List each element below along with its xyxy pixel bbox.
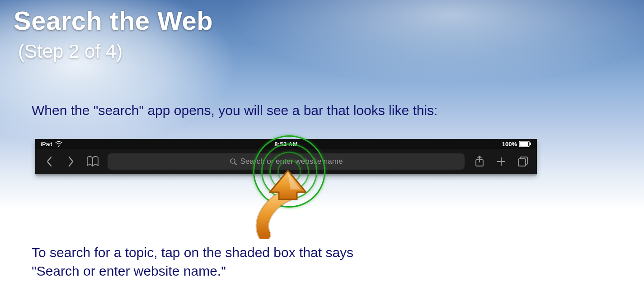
svg-rect-2 [520, 142, 528, 146]
address-placeholder: Search or enter website name [240, 157, 343, 166]
book-icon [86, 156, 99, 167]
back-button[interactable] [40, 152, 59, 171]
battery-icon [519, 141, 531, 147]
plus-icon [496, 156, 507, 167]
safari-toolbar-row: Search or enter website name [35, 149, 537, 174]
tabs-button[interactable] [513, 152, 532, 171]
safari-toolbar-screenshot: iPad 8:53 AM 100% [35, 139, 537, 174]
tabs-icon [517, 156, 529, 167]
slide-title: Search the Web [14, 5, 213, 36]
chevron-right-icon [66, 155, 75, 168]
tutorial-slide: Search the Web (Step 2 of 4) When the "s… [0, 0, 644, 291]
chevron-left-icon [45, 155, 54, 168]
intro-text: When the "search" app opens, you will se… [32, 102, 437, 120]
svg-point-0 [58, 146, 59, 147]
new-tab-button[interactable] [492, 152, 511, 171]
status-bar: iPad 8:53 AM 100% [35, 139, 537, 149]
address-search-field[interactable]: Search or enter website name [108, 153, 465, 170]
instruction-line-2: "Search or enter website name." [32, 263, 226, 278]
device-label: iPad [41, 141, 52, 148]
instruction-line-1: To search for a topic, tap on the shaded… [32, 245, 353, 260]
svg-rect-11 [518, 159, 526, 166]
bookmarks-button[interactable] [83, 152, 102, 171]
magnifier-icon [230, 158, 237, 165]
share-icon [474, 155, 485, 168]
pointer-arrow-icon [255, 167, 323, 239]
slide-subtitle: (Step 2 of 4) [18, 41, 122, 62]
battery-percent: 100% [502, 141, 517, 148]
status-time: 8:53 AM [204, 141, 368, 148]
share-button[interactable] [470, 152, 489, 171]
wifi-icon [55, 141, 62, 147]
instruction-text: To search for a topic, tap on the shaded… [32, 244, 353, 280]
svg-line-5 [235, 163, 236, 165]
forward-button[interactable] [61, 152, 80, 171]
svg-rect-3 [530, 143, 531, 145]
